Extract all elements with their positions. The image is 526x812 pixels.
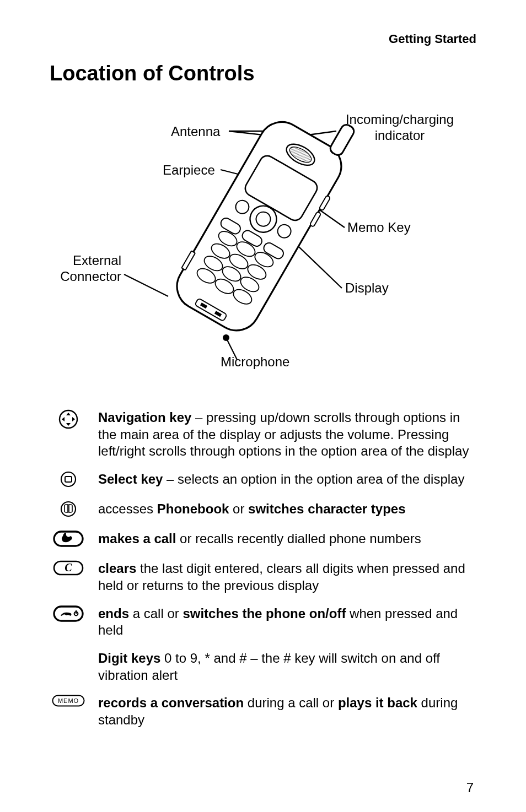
clear-pill-icon: C [50,560,87,579]
text-bold: Phonebook [157,501,229,516]
desc-memo: MEMO records a conversation during a cal… [50,695,476,728]
label-incoming: Incoming/charging indicator [336,112,463,144]
text-bold: clears [98,561,136,576]
select-circle-icon [50,471,87,490]
description-list: Navigation key – pressing up/down scroll… [50,409,476,729]
desc-text: accesses Phonebook or switches character… [98,501,476,518]
desc-select-key: Select key – selects an option in the op… [50,471,476,490]
desc-nav-key: Navigation key – pressing up/down scroll… [50,409,476,460]
text: accesses [98,501,157,516]
text-bold: Select key [98,472,163,486]
text: or recalls recently dialled phone number… [176,531,421,546]
text: the last digit entered, clears all digit… [98,561,465,593]
text-bold: Navigation key [98,410,191,425]
call-pill-icon [50,530,87,549]
phonebook-icon [50,501,87,519]
nav-circle-icon [50,409,87,428]
desc-digit-keys: Digit keys 0 to 9, * and # – the # key w… [50,650,476,684]
svg-text:MEMO: MEMO [58,697,79,704]
text-bold: makes a call [98,531,176,546]
text-bold: ends [98,606,129,621]
svg-text:C: C [65,561,72,573]
label-microphone: Microphone [221,354,289,370]
phone-diagram: Antenna Incoming/charging indicator Earp… [50,101,476,387]
desc-text: Digit keys 0 to 9, * and # – the # key w… [98,650,476,684]
text-bold: switches character types [248,501,405,516]
text-bold: Digit keys [98,651,160,665]
diagram-svg [50,101,474,387]
page-number: 7 [466,780,474,795]
svg-line-6 [124,274,168,296]
desc-text: clears the last digit entered, clears al… [98,560,476,594]
desc-text: records a conversation during a call or … [98,695,476,728]
text: or [229,501,248,516]
no-icon [50,650,87,669]
label-memokey: Memo Key [347,220,411,236]
desc-end: ends a call or switches the phone on/off… [50,605,476,639]
svg-rect-49 [65,477,72,482]
page: Getting Started Location of Controls [0,0,526,812]
memo-pill-icon: MEMO [50,695,87,713]
label-earpiece: Earpiece [163,163,215,178]
desc-text: ends a call or switches the phone on/off… [98,605,476,639]
svg-point-12 [223,334,229,341]
end-pill-icon [50,605,87,624]
svg-point-50 [61,502,76,516]
desc-phonebook: accesses Phonebook or switches character… [50,501,476,519]
text: – selects an option in the option area o… [163,472,464,486]
text: during a call or [244,695,338,710]
page-title: Location of Controls [50,62,476,85]
text-bold: plays it back [338,695,417,710]
desc-text: Navigation key – pressing up/down scroll… [98,409,476,460]
label-antenna: Antenna [171,124,220,140]
desc-text: makes a call or recalls recently dialled… [98,530,476,548]
text-bold: switches the phone on/off [183,606,346,621]
running-header: Getting Started [50,32,476,46]
desc-call: makes a call or recalls recently dialled… [50,530,476,549]
text: a call or [129,606,183,621]
text-bold: records a conversation [98,695,244,710]
desc-text: Select key – selects an option in the op… [98,471,476,488]
desc-clear: C clears the last digit entered, clears … [50,560,476,594]
label-display: Display [345,280,389,296]
label-external: External Connector [55,253,121,285]
